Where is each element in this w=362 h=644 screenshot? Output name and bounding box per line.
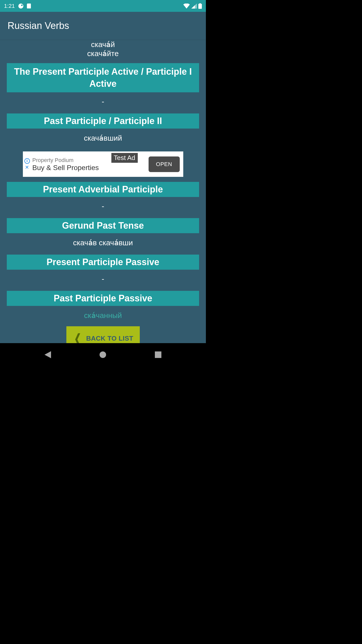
status-right [183,3,202,9]
svg-rect-3 [155,351,161,358]
ad-controls: i ✕ [23,158,32,170]
section-header-present-adverbial: Present Adverbial Participle [7,182,199,197]
nav-recent-button[interactable] [153,350,163,360]
status-left: 1:21 [4,3,31,9]
status-time: 1:21 [4,3,15,9]
battery-icon [198,3,202,9]
section-header-present-participle-active: The Present Participle Active / Particip… [7,63,199,92]
svg-rect-1 [199,3,201,4]
section-value-gerund-past: скача́в скача́вши [0,237,206,250]
imperative-line-1: скача́й [0,40,206,49]
section-value-present-participle-passive: - [0,273,206,286]
section-header-gerund-past: Gerund Past Tense [7,218,199,233]
signal-icon [191,4,197,9]
svg-rect-0 [198,4,202,9]
app-indicator-icon [18,4,23,9]
ad-open-button[interactable]: OPEN [149,156,180,172]
main-content[interactable]: скача́й скача́йте The Present Participle… [0,40,206,343]
imperative-line-2: скача́йте [0,49,206,58]
app-title: Russian Verbs [8,20,69,31]
ad-banner[interactable]: i ✕ Property Podium Buy & Sell Propertie… [23,151,183,177]
section-value-past-participle: скача́вший [0,132,206,145]
ad-subtitle: Buy & Sell Properties [32,164,149,172]
nav-recent-icon [155,351,161,358]
nav-home-button[interactable] [98,350,108,360]
section-header-past-participle-passive: Past Participle Passive [7,291,199,306]
sd-card-icon [27,4,31,9]
nav-back-button[interactable] [43,350,53,360]
ad-info-icon[interactable]: i [24,158,30,164]
wifi-icon [183,4,190,9]
ad-badge: Test Ad [111,153,138,163]
back-label: BACK TO LIST [86,335,133,342]
section-header-past-participle: Past Participle / Participle II [7,113,199,129]
nav-home-icon [99,351,106,358]
section-value-past-participle-passive[interactable]: ска́чанный [0,309,206,322]
section-value-present-participle-active: - [0,96,206,108]
nav-back-icon [44,351,51,358]
back-to-list-button[interactable]: ❮ BACK TO LIST [66,326,140,343]
section-value-present-adverbial: - [0,200,206,213]
svg-point-2 [100,351,106,358]
app-bar: Russian Verbs [0,12,206,40]
ad-close-icon[interactable]: ✕ [25,164,29,170]
status-bar: 1:21 [0,0,206,12]
section-header-present-participle-passive: Present Participle Passive [7,255,199,270]
navigation-bar [0,343,206,366]
chevron-left-icon: ❮ [74,331,81,343]
